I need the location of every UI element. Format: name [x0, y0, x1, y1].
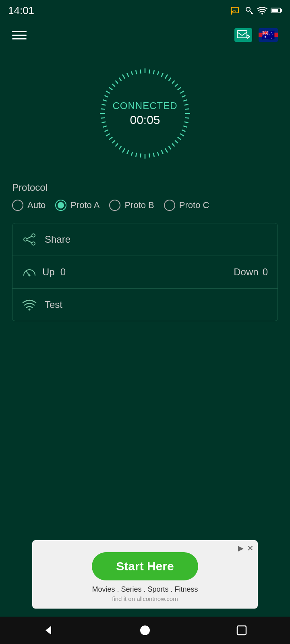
svg-line-34 [172, 143, 175, 146]
back-button[interactable] [36, 618, 60, 642]
recents-button[interactable] [230, 618, 254, 642]
svg-line-62 [109, 87, 112, 90]
protocol-option-proto-b[interactable]: Proto B [109, 200, 154, 211]
svg-line-51 [106, 134, 110, 136]
circle-center: CONNECTED 00:05 [112, 100, 177, 127]
svg-point-78 [29, 309, 31, 311]
svg-line-19 [175, 84, 178, 87]
ad-sub: find it on allcontnow.com [112, 595, 178, 602]
svg-line-70 [141, 70, 141, 74]
svg-line-33 [175, 140, 178, 143]
ad-close-button[interactable]: ✕ [247, 543, 254, 553]
updown-button[interactable]: Up 0 Down 0 [12, 256, 278, 289]
svg-line-38 [157, 152, 159, 156]
connection-timer: 00:05 [112, 113, 177, 127]
svg-point-73 [32, 242, 35, 245]
app-header: 🇦🇺 [0, 21, 290, 49]
header-right: 🇦🇺 [234, 28, 278, 42]
svg-line-42 [141, 153, 141, 157]
content-spacer [0, 325, 290, 540]
svg-line-55 [101, 118, 105, 118]
svg-rect-10 [237, 31, 247, 38]
svg-line-25 [185, 109, 189, 109]
svg-line-27 [185, 118, 189, 118]
wifi-test-icon [22, 297, 37, 312]
menu-button[interactable] [12, 31, 27, 39]
svg-point-71 [32, 234, 35, 237]
svg-line-40 [149, 153, 149, 157]
cast-icon [231, 6, 242, 15]
radio-circle-proto-b [109, 200, 120, 211]
svg-rect-9 [271, 9, 278, 12]
svg-line-32 [178, 137, 181, 140]
svg-line-53 [103, 126, 107, 127]
connection-circle[interactable]: CONNECTED 00:05 [93, 61, 197, 166]
svg-line-22 [182, 95, 185, 97]
share-icon [22, 232, 37, 247]
protocol-options: Auto Proto A Proto B Proto C [12, 200, 278, 211]
radio-label-proto-a: Proto A [70, 200, 99, 211]
svg-line-45 [127, 150, 128, 154]
svg-rect-0 [231, 7, 238, 13]
speedometer-icon [22, 265, 37, 279]
svg-line-18 [172, 80, 175, 83]
svg-line-74 [27, 236, 32, 239]
status-time: 14:01 [8, 4, 34, 17]
radio-label-proto-c: Proto C [179, 200, 209, 211]
protocol-option-proto-c[interactable]: Proto C [164, 200, 209, 211]
ad-close-row: ▶ ✕ [238, 543, 254, 553]
home-button[interactable] [133, 618, 157, 642]
radio-circle-proto-a [55, 200, 66, 211]
svg-point-2 [246, 7, 250, 11]
status-icons [231, 6, 282, 15]
recents-icon [236, 625, 247, 636]
svg-rect-81 [237, 626, 246, 635]
svg-point-80 [140, 625, 150, 635]
up-value: 0 [60, 266, 66, 278]
svg-line-49 [112, 140, 115, 143]
svg-line-12 [149, 70, 149, 74]
country-flag[interactable]: 🇦🇺 [259, 28, 278, 42]
email-icon [237, 30, 250, 40]
svg-line-57 [101, 109, 105, 109]
battery-icon [271, 7, 282, 14]
connection-area[interactable]: CONNECTED 00:05 [0, 49, 290, 174]
svg-line-23 [183, 100, 187, 101]
svg-line-64 [115, 80, 118, 83]
svg-line-58 [102, 104, 106, 105]
protocol-label: Protocol [12, 182, 278, 193]
svg-line-52 [105, 130, 108, 132]
ad-banner: ▶ ✕ Start Here Movies . Series . Sports … [32, 540, 258, 609]
svg-line-59 [103, 100, 107, 101]
wifi-icon [257, 6, 267, 14]
email-forward-button[interactable] [234, 28, 252, 42]
status-bar: 14:01 [0, 0, 290, 21]
nav-bar [0, 617, 290, 644]
svg-line-13 [153, 70, 154, 74]
protocol-option-auto[interactable]: Auto [12, 200, 46, 211]
svg-line-68 [131, 71, 133, 75]
updown-content: Up 0 Down 0 [22, 265, 268, 279]
radio-inner-proto-a [58, 202, 64, 208]
down-value: 0 [263, 266, 268, 278]
updown-left: Up 0 [22, 265, 66, 279]
test-button[interactable]: Test [12, 289, 278, 321]
svg-point-77 [29, 275, 31, 277]
svg-line-69 [136, 70, 137, 74]
protocol-section: Protocol Auto Proto A Proto B Proto C [0, 174, 290, 219]
protocol-option-proto-a[interactable]: Proto A [55, 200, 99, 211]
svg-line-61 [106, 91, 110, 93]
share-button[interactable]: Share [12, 223, 278, 256]
connection-status: CONNECTED [112, 100, 177, 111]
svg-line-47 [119, 146, 121, 149]
svg-line-39 [153, 153, 154, 157]
down-label: Down [234, 266, 258, 278]
ad-start-button[interactable]: Start Here [92, 552, 198, 580]
back-icon [42, 624, 54, 636]
svg-line-65 [119, 78, 121, 81]
svg-rect-8 [280, 9, 282, 12]
svg-line-44 [131, 152, 133, 156]
svg-line-20 [178, 87, 181, 90]
ad-play-icon: ▶ [238, 544, 244, 553]
svg-line-17 [169, 78, 171, 81]
